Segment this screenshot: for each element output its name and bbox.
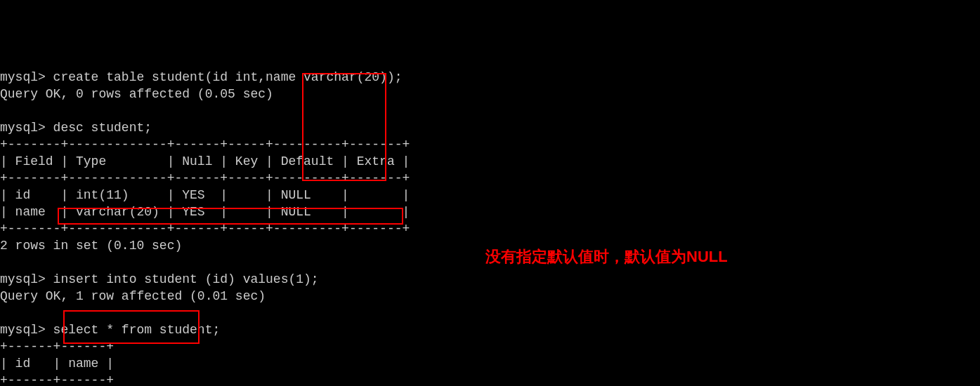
terminal-line — [0, 102, 980, 119]
terminal-line: +-------+-------------+------+-----+----… — [0, 170, 980, 187]
terminal-line: +-------+-------------+------+-----+----… — [0, 220, 980, 237]
terminal-line: +------+------+ — [0, 372, 980, 386]
terminal-line: Query OK, 1 row affected (0.01 sec) — [0, 288, 980, 305]
terminal-line: +------+------+ — [0, 338, 980, 355]
terminal-line: | id | name | — [0, 355, 980, 372]
terminal-line: | name | varchar(20) | YES | | NULL | | — [0, 204, 980, 220]
terminal-line: +-------+-------------+------+-----+----… — [0, 136, 980, 153]
terminal-line: mysql> create table student(id int,name … — [0, 69, 980, 86]
annotation-text: 没有指定默认值时，默认值为NULL — [485, 248, 728, 265]
terminal-line — [0, 305, 980, 321]
terminal-line: Query OK, 0 rows affected (0.05 sec) — [0, 86, 980, 102]
terminal-line: mysql> desc student; — [0, 119, 980, 136]
terminal-line: | id | int(11) | YES | | NULL | | — [0, 187, 980, 204]
terminal-line: | Field | Type | Null | Key | Default | … — [0, 153, 980, 170]
terminal-output: mysql> create table student(id int,name … — [0, 69, 980, 386]
terminal-line: mysql> select * from student; — [0, 321, 980, 338]
terminal-line: mysql> insert into student (id) values(1… — [0, 271, 980, 288]
